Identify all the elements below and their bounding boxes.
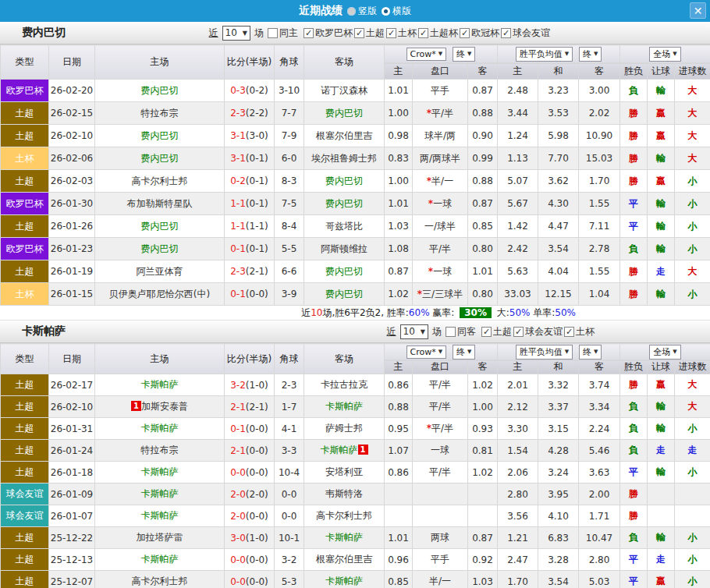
sub-goals: 进球数: [675, 63, 710, 80]
avg-home-cell: 5.07: [498, 170, 538, 193]
home-team-cell: 费内巴切: [95, 215, 225, 238]
home-odds-cell: [385, 484, 413, 505]
recent-link[interactable]: 近: [209, 27, 218, 40]
col-corners: 角球: [275, 45, 304, 80]
match-row: 土超26-01-31卡斯帕萨0-1(0-0)4-1萨姆士邦0.95*平/半0.9…: [1, 418, 710, 440]
score-cell: 2-1(2-1): [225, 396, 275, 418]
league-filter-checkbox[interactable]: ✓欧罗巴杯: [304, 27, 353, 40]
team-name: 卡斯帕萨: [325, 532, 363, 543]
fulltime-score: 2-0: [230, 489, 246, 500]
avg-draw-cell: 3.62: [538, 170, 579, 193]
titlebar: 近期战绩 竖版 横版 ✕: [0, 0, 710, 22]
league-filter-checkbox[interactable]: ✓球会友谊: [501, 27, 550, 40]
date-cell: 26-01-23: [49, 238, 95, 260]
result-cell: 平: [620, 549, 648, 571]
league-filter-checkbox[interactable]: ✓土超杯: [418, 27, 458, 40]
handicap-cell: 一球: [413, 440, 468, 462]
avg-time-select[interactable]: 终▼: [579, 47, 602, 62]
corners-cell: 4-1: [275, 418, 304, 440]
avg-draw-cell: 6.83: [538, 527, 579, 549]
corners-cell: 3-10: [275, 80, 304, 102]
avg-away-cell: 2.24: [579, 418, 620, 440]
team-name: 费内巴切: [325, 198, 363, 209]
recent-results-window: 近期战绩 竖版 横版 ✕ 费内巴切 近 10 ▼ 场 同主 ✓: [0, 0, 710, 588]
team-name: 卡斯帕萨: [141, 466, 179, 477]
home-team-cell: 卡斯帕萨: [95, 418, 225, 440]
league-filter-checkbox[interactable]: ✓球会友谊: [513, 325, 563, 338]
avg-time-select[interactable]: 终▼: [579, 345, 602, 360]
avg-home-cell: 5.63: [498, 260, 538, 283]
corners-cell: 3-3: [275, 440, 304, 462]
avg-odds-select[interactable]: 胜平负均值▼: [516, 345, 573, 360]
team-name: 萨姆士邦: [325, 423, 363, 434]
scope-select[interactable]: 全场▼: [649, 345, 680, 360]
avg-home-cell: 33.03: [498, 283, 538, 306]
league-filter-label: 土超杯: [430, 27, 458, 40]
odds-time-select[interactable]: 终▼: [453, 47, 475, 62]
away-team-cell: 诺丁汉森林: [304, 80, 385, 102]
layout-radio-horizontal[interactable]: 横版: [382, 5, 411, 18]
away-odds-cell: 0.80: [468, 238, 498, 260]
league-filter-checkbox[interactable]: ✓土超: [481, 325, 512, 338]
avg-draw-cell: 12.15: [538, 283, 579, 306]
match-count-select[interactable]: 10 ▼: [222, 26, 250, 41]
home-team-cell: 特拉布宗: [95, 440, 225, 462]
radio-unselected-icon: [347, 7, 356, 16]
league-filter-label: 球会友谊: [525, 325, 563, 338]
checkbox-checked-icon: ✓: [564, 327, 574, 337]
sub-avg-home: 主: [498, 360, 538, 374]
close-button[interactable]: ✕: [690, 2, 706, 19]
date-cell: 26-01-18: [49, 462, 95, 484]
league-filter-checkbox[interactable]: ✓土杯: [564, 325, 595, 338]
recent-link[interactable]: 近: [387, 325, 396, 338]
same-home-checkbox[interactable]: 同主: [268, 27, 298, 40]
odds-time-select[interactable]: 终▼: [453, 345, 475, 360]
home-team-cell: 费内巴切: [95, 80, 225, 102]
fulltime-score: 2-3: [230, 108, 246, 119]
team-name: 阿兰亚体育: [137, 266, 183, 277]
home-team-cell: 加拉塔萨雷: [95, 527, 225, 549]
home-odds-cell: [385, 505, 413, 527]
avg-away-cell: 2.02: [579, 102, 620, 125]
away-odds-cell: 0.90: [468, 125, 498, 147]
avg-home-cell: 2.42: [498, 238, 538, 260]
league-filter-label: 土超: [493, 325, 512, 338]
avg-draw-cell: 4.04: [538, 260, 579, 283]
match-count-select[interactable]: 10 ▼: [400, 324, 428, 339]
avg-away-cell: 1.04: [579, 283, 620, 306]
league-filter-checkbox[interactable]: ✓土超: [354, 27, 385, 40]
avg-away-cell: 1.55: [579, 260, 620, 283]
league-filter-checkbox[interactable]: ✓欧冠杯: [460, 27, 499, 40]
halftime-score: (0-0): [246, 289, 268, 299]
fulltime-score: 1-1: [230, 198, 246, 209]
away-odds-cell: 0.87: [468, 527, 498, 549]
avg-odds-select[interactable]: 胜平负均值▼: [516, 47, 573, 62]
fulltime-score: 3-1: [230, 130, 246, 141]
handicap-result-cell: 輸: [648, 418, 675, 440]
date-cell: 26-01-19: [49, 260, 95, 283]
handicap-star: *: [427, 423, 431, 434]
home-odds-cell: 1.07: [385, 440, 413, 462]
league-filter-label: 土杯: [576, 325, 595, 338]
chevron-down-icon: ▼: [438, 51, 442, 57]
col-type: 类型: [1, 45, 49, 80]
layout-radio-vertical[interactable]: 竖版: [347, 5, 377, 18]
handicap-result-cell: 輸: [648, 80, 675, 102]
same-away-checkbox[interactable]: 同客: [446, 325, 476, 338]
team-name: 诺丁汉森林: [321, 85, 367, 96]
bookmaker-select[interactable]: Crow*▼: [406, 345, 447, 359]
scope-select[interactable]: 全场▼: [649, 47, 680, 62]
sub-avg-draw: 和: [538, 63, 579, 80]
handicap-result-cell: 贏: [648, 571, 675, 588]
home-odds-cell: 0.85: [385, 571, 413, 588]
window-title: 近期战绩: [299, 4, 343, 18]
home-team-cell: 1加斯安泰普: [95, 396, 225, 418]
league-filter-checkbox[interactable]: ✓土杯: [386, 27, 417, 40]
halftime-score: (0-0): [246, 511, 268, 522]
sub-away-odds: 客: [468, 360, 498, 374]
matches-table-away: 类型 日期 主场 比分(半场) 角球 客场 Crow*▼ 终▼ 胜平负均值▼ 终…: [0, 343, 710, 588]
bookmaker-select[interactable]: Crow*▼: [406, 48, 447, 61]
home-odds-cell: 1.03: [385, 215, 413, 238]
match-row: 土超26-01-18卡斯帕萨0-0(0-0)10-4安塔利亚0.86平/半1.0…: [1, 462, 710, 484]
summary-segment: 50%: [509, 307, 531, 318]
